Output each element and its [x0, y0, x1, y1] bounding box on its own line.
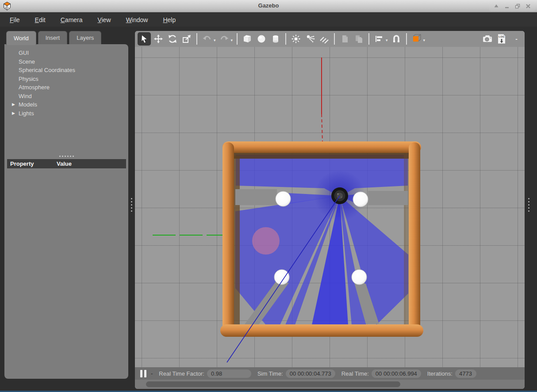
- tree-item-scene[interactable]: Scene: [4, 57, 128, 66]
- view-angle-button[interactable]: [410, 32, 423, 46]
- menu-edit[interactable]: Edit: [30, 15, 51, 25]
- world-panel: GUI Scene Spherical Coordinates Physics …: [4, 44, 128, 379]
- real-time-factor-value: 0.98: [207, 369, 251, 378]
- tree-item-spherical-coordinates[interactable]: Spherical Coordinates: [4, 66, 128, 75]
- step-button[interactable]: -: [151, 370, 153, 377]
- cylinder-obstacle[interactable]: [276, 191, 291, 206]
- view-angle-cube-icon: [411, 33, 422, 45]
- maximize-icon: [514, 3, 521, 9]
- left-splitter-handle[interactable]: [129, 31, 134, 379]
- real-time-label: Real Time:: [341, 370, 369, 377]
- gazebo-window: Gazebo File Edit Came: [0, 0, 537, 392]
- menu-help[interactable]: Help: [157, 15, 181, 25]
- view-angle-options-button[interactable]: ▾: [423, 38, 426, 42]
- tree-item-models[interactable]: ▶ Models: [4, 100, 128, 109]
- maximize-button[interactable]: [512, 2, 523, 11]
- arena-wall-bottom: [220, 324, 423, 337]
- menu-file[interactable]: File: [4, 15, 25, 25]
- toolbar-overflow-button[interactable]: -: [515, 35, 518, 42]
- simulation-status-bar: - Real Time Factor: 0.98 Sim Time: 00 00…: [135, 367, 525, 380]
- minimize-button[interactable]: [502, 2, 512, 11]
- undo-button[interactable]: [200, 32, 214, 46]
- point-light-button[interactable]: [289, 32, 303, 46]
- toolbar-separator: [196, 33, 197, 45]
- roll-up-button[interactable]: [491, 2, 502, 11]
- scale-icon: [182, 34, 192, 44]
- tree-item-atmosphere[interactable]: Atmosphere: [4, 83, 128, 92]
- align-tool-button[interactable]: [372, 32, 386, 46]
- sphere-icon: [256, 34, 267, 44]
- cylinder-tool-button[interactable]: [269, 32, 282, 46]
- panel-splitter-handle[interactable]: [4, 153, 128, 159]
- camera-icon: [482, 33, 493, 45]
- log-record-button[interactable]: LOG: [495, 32, 508, 46]
- scale-tool-button[interactable]: [180, 32, 193, 46]
- undo-history-button[interactable]: ▾: [214, 38, 216, 42]
- arena-wall-left: [222, 142, 234, 336]
- cylinder-obstacle[interactable]: [274, 270, 289, 285]
- sphere-tool-button[interactable]: [255, 32, 268, 46]
- right-splitter-handle[interactable]: [526, 31, 531, 379]
- screenshot-button[interactable]: [481, 32, 494, 46]
- toolbar-separator: [285, 33, 286, 45]
- tab-world[interactable]: World: [6, 31, 36, 45]
- rotate-tool-button[interactable]: [166, 32, 179, 46]
- translate-tool-button[interactable]: [152, 32, 165, 46]
- expand-arrow-icon[interactable]: ▶: [12, 109, 15, 118]
- tree-item-wind[interactable]: Wind: [4, 92, 128, 101]
- close-icon: [525, 3, 531, 9]
- redo-icon: [219, 34, 229, 44]
- snap-tool-button[interactable]: [390, 32, 403, 46]
- align-options-button[interactable]: ▾: [386, 38, 388, 42]
- align-icon: [374, 34, 384, 44]
- spot-light-icon: [305, 34, 315, 44]
- point-light-icon: [291, 34, 301, 44]
- close-button[interactable]: [523, 2, 533, 11]
- menu-camera[interactable]: Camera: [55, 15, 88, 25]
- scrollbar-handle[interactable]: [146, 381, 400, 387]
- paste-icon: [353, 34, 364, 44]
- pink-marker: [252, 227, 280, 255]
- tree-item-lights[interactable]: ▶ Lights: [4, 109, 128, 118]
- viewport: ▾ ▾: [135, 31, 525, 389]
- render-toolbar: ▾ ▾: [135, 31, 525, 47]
- property-table-header: Property Value: [7, 159, 126, 168]
- copy-icon: [339, 34, 350, 44]
- box-tool-button[interactable]: [241, 32, 254, 46]
- title-bar[interactable]: Gazebo: [0, 0, 537, 12]
- tab-layers[interactable]: Layers: [69, 31, 101, 44]
- box-icon: [242, 34, 253, 44]
- tree-item-physics[interactable]: Physics: [4, 75, 128, 84]
- spot-light-button[interactable]: [303, 32, 317, 46]
- column-property: Property: [7, 160, 57, 167]
- directional-light-button[interactable]: [318, 32, 331, 46]
- select-tool-button[interactable]: [138, 32, 151, 46]
- cylinder-obstacle[interactable]: [352, 270, 367, 285]
- expand-arrow-icon[interactable]: ▶: [12, 100, 15, 109]
- menu-window[interactable]: Window: [121, 15, 153, 25]
- sim-time-value: 00 00:00:04.773: [286, 369, 335, 378]
- roll-up-icon: [493, 3, 499, 9]
- scene-svg: [135, 47, 525, 367]
- cylinder-obstacle[interactable]: [353, 192, 368, 207]
- toolbar-separator: [368, 33, 369, 45]
- tab-insert[interactable]: Insert: [38, 31, 68, 44]
- svg-text:LOG: LOG: [499, 35, 505, 38]
- copy-button[interactable]: [338, 32, 351, 46]
- magnet-icon: [391, 34, 402, 44]
- paste-button[interactable]: [352, 32, 365, 46]
- x-axis-line-dashed: [322, 114, 322, 141]
- redo-history-button[interactable]: ▾: [231, 38, 233, 42]
- arena-wall-top: [222, 141, 421, 153]
- wall-shadow-left: [234, 156, 240, 325]
- pause-button[interactable]: [140, 370, 146, 377]
- render-area[interactable]: [135, 47, 525, 367]
- tree-item-gui[interactable]: GUI: [4, 49, 128, 57]
- directional-light-icon: [319, 34, 330, 44]
- menu-view[interactable]: View: [92, 15, 116, 25]
- redo-button[interactable]: [218, 32, 231, 46]
- window-title: Gazebo: [0, 2, 537, 9]
- menu-bar: File Edit Camera View Window Help: [0, 13, 537, 27]
- rotate-icon: [168, 34, 177, 44]
- horizontal-scrollbar[interactable]: [135, 380, 525, 389]
